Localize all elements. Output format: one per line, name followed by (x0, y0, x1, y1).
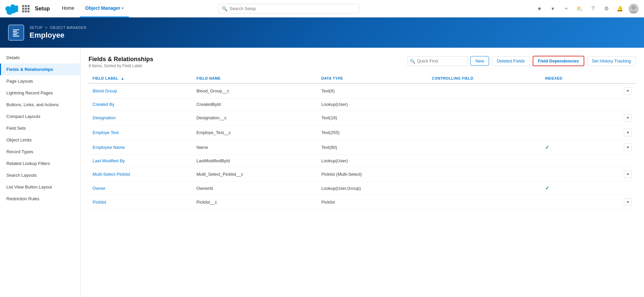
sort-icon[interactable]: ▲ (121, 77, 124, 80)
help-icon[interactable]: ? (588, 4, 598, 13)
data-type-cell: Picklist (317, 195, 428, 210)
row-action-button[interactable]: ▾ (624, 170, 632, 178)
section-title-group: Fields & Relationships 9 Items, Sorted b… (89, 56, 153, 68)
sidebar-item-list-view-button-layout[interactable]: List View Button Layout (0, 181, 80, 193)
field-label-link[interactable]: Last Modified By (93, 158, 125, 163)
col-indexed: INDEXED (541, 74, 599, 83)
sidebar-item-page-layouts[interactable]: Page Layouts (0, 75, 80, 87)
section-actions: 🔍 New Deleted Fields Field Dependencies … (407, 56, 636, 66)
row-action-cell: ▾ (599, 167, 636, 182)
table-row: Multi-Select PicklistMulti_Select_Pickli… (89, 167, 636, 182)
indexed-cell (541, 167, 599, 182)
svg-point-0 (631, 5, 636, 9)
sidebar-item-details[interactable]: Details (0, 52, 80, 63)
indexed-cell: ✓ (541, 182, 599, 195)
row-action-cell (599, 155, 636, 167)
col-field-name: FIELD NAME (193, 74, 317, 83)
tab-object-manager[interactable]: Object Manager ▾ (80, 0, 129, 17)
controlling-field-cell (428, 155, 541, 167)
favorites-dropdown-icon[interactable]: ▾ (548, 4, 557, 13)
app-name: Setup (35, 6, 50, 12)
row-action-cell: ▾ (599, 140, 636, 155)
sidebar-item-related-lookup-filters[interactable]: Related Lookup Filters (0, 158, 80, 169)
deleted-fields-button[interactable]: Deleted Fields (492, 56, 530, 66)
field-name-cell: Name (193, 140, 317, 155)
field-label-link[interactable]: Employee Name (93, 145, 125, 150)
sidebar-item-compact-layouts[interactable]: Compact Layouts (0, 111, 80, 122)
indexed-cell (541, 125, 599, 140)
indexed-cell (541, 83, 599, 98)
sidebar-item-object-limits[interactable]: Object Limits (0, 134, 80, 146)
page-title: Employee (30, 31, 87, 40)
data-type-cell: Text(80) (317, 140, 428, 155)
salesforce-success-icon[interactable]: ⛅ (575, 4, 584, 13)
global-search-bar: 🔍 (218, 4, 359, 13)
sidebar-item-lightning-record-pages[interactable]: Lightning Record Pages (0, 87, 80, 99)
field-label-link[interactable]: Blood Group (93, 88, 117, 93)
controlling-field-cell (428, 140, 541, 155)
app-launcher-icon[interactable] (22, 5, 30, 12)
field-name-cell: Employe_Text__c (193, 125, 317, 140)
sidebar-item-buttons-links-and-actions[interactable]: Buttons, Links, and Actions (0, 99, 80, 111)
set-history-tracking-button[interactable]: Set History Tracking (587, 56, 636, 66)
main-content: DetailsFields & RelationshipsPage Layout… (0, 48, 644, 297)
controlling-field-cell (428, 83, 541, 98)
quick-find-wrap: 🔍 (407, 56, 468, 66)
row-action-button[interactable]: ▾ (624, 198, 632, 206)
field-label-link[interactable]: Picklist (93, 200, 106, 205)
controlling-field-cell (428, 125, 541, 140)
field-name-cell: Blood_Group__c (193, 83, 317, 98)
field-name-cell: Picklist__c (193, 195, 317, 210)
favorites-icon[interactable]: ★ (535, 4, 544, 13)
data-type-cell: Picklist (Multi-Select) (317, 167, 428, 182)
notifications-icon[interactable]: 🔔 (615, 4, 625, 13)
sidebar-item-search-layouts[interactable]: Search Layouts (0, 169, 80, 181)
search-icon: 🔍 (222, 6, 227, 11)
add-icon[interactable]: ＋ (561, 4, 571, 13)
sidebar-item-restriction-rules[interactable]: Restriction Rules (0, 193, 80, 205)
sidebar-item-fields-relationships[interactable]: Fields & Relationships (0, 63, 80, 75)
search-input[interactable] (218, 4, 359, 13)
data-type-cell: Text(255) (317, 125, 428, 140)
controlling-field-cell (428, 195, 541, 210)
table-row: Employe TextEmploye_Text__cText(255)▾ (89, 125, 636, 140)
field-label-link[interactable]: Created By (93, 102, 114, 107)
table-row: Blood GroupBlood_Group__cText(6)▾ (89, 83, 636, 98)
table-row: Created ByCreatedByIdLookup(User) (89, 98, 636, 111)
fields-table: FIELD LABEL ▲ FIELD NAME DATA TYPE CONTR… (89, 74, 636, 210)
field-label-link[interactable]: Employe Text (93, 130, 119, 135)
salesforce-logo[interactable] (5, 2, 18, 15)
controlling-field-cell (428, 182, 541, 195)
controlling-field-cell (428, 167, 541, 182)
row-action-button[interactable]: ▾ (624, 129, 632, 136)
col-field-label: FIELD LABEL ▲ (89, 74, 193, 83)
row-action-cell: ▾ (599, 83, 636, 98)
indexed-cell (541, 98, 599, 111)
table-row: Employee NameNameText(80)✓▾ (89, 140, 636, 155)
indexed-cell (541, 195, 599, 210)
field-dependencies-button[interactable]: Field Dependencies (533, 56, 584, 66)
data-type-cell: Lookup(User,Group) (317, 182, 428, 195)
chevron-down-icon: ▾ (122, 6, 123, 10)
data-type-cell: Lookup(User) (317, 155, 428, 167)
settings-icon[interactable]: ⚙ (602, 4, 611, 13)
table-row: Last Modified ByLastModifiedByIdLookup(U… (89, 155, 636, 167)
row-action-button[interactable]: ▾ (624, 143, 632, 151)
quick-find-input[interactable] (407, 56, 468, 66)
field-label-link[interactable]: Designation (93, 115, 116, 120)
sidebar-item-record-types[interactable]: Record Types (0, 146, 80, 158)
user-avatar[interactable] (629, 4, 639, 14)
row-action-button[interactable]: ▾ (624, 114, 632, 122)
tab-home[interactable]: Home (56, 0, 79, 17)
section-title: Fields & Relationships (89, 56, 153, 63)
row-action-button[interactable]: ▾ (624, 87, 632, 95)
field-name-cell: Designation__c (193, 111, 317, 125)
breadcrumb: SETUP > OBJECT MANAGER (30, 26, 87, 30)
indexed-cell (541, 155, 599, 167)
field-label-link[interactable]: Owner (93, 186, 105, 191)
quick-find-icon: 🔍 (410, 58, 415, 63)
new-button[interactable]: New (470, 56, 489, 66)
field-label-link[interactable]: Multi-Select Picklist (93, 172, 130, 177)
sidebar-item-field-sets[interactable]: Field Sets (0, 122, 80, 134)
row-action-cell (599, 182, 636, 195)
